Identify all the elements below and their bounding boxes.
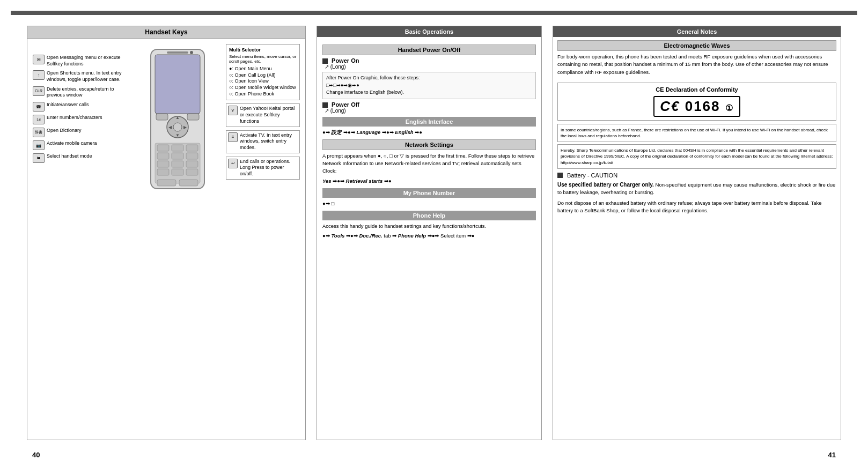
network-settings-text: A prompt appears when ●, ○, □ or ▽ is pr… <box>322 152 536 175</box>
page-number-right: 41 <box>828 451 836 459</box>
ms-item-4: ○: Open Phone Book <box>229 91 297 98</box>
key-item-dictionary: 辞書 Open Dictionary <box>33 128 129 137</box>
general-notes-title: General Notes <box>553 26 841 37</box>
ce-logo: C€ <box>660 98 680 114</box>
svg-rect-1 <box>155 55 200 114</box>
tv-icon: ≡ <box>228 132 238 142</box>
english-interface-header: English Interface <box>322 117 536 127</box>
svg-rect-23 <box>172 169 183 175</box>
key-item-mode: ⇆ Select handset mode <box>33 153 129 163</box>
delete-label: Delete entries, escape/return to previou… <box>47 86 129 99</box>
svg-rect-25 <box>157 180 176 186</box>
end-icon: ↩ <box>228 159 238 168</box>
battery-bullet <box>557 173 563 178</box>
svg-rect-10 <box>156 114 168 120</box>
battery-header-text: Battery - CAUTION <box>567 172 617 179</box>
ms-item-3: ○: Open Mobile Widget window <box>229 85 297 91</box>
ms-item-0: ●: Open Main Menu <box>229 66 297 72</box>
left-panel: Handset Keys ✉ Open Messaging menu or ex… <box>27 26 306 440</box>
key-item-call: ☎ Initiate/answer calls <box>33 102 129 112</box>
svg-point-5 <box>173 123 182 131</box>
side-key-tv: ≡ Activate TV. In text entry windows, sw… <box>226 130 300 153</box>
instruction-text: After Power On Graphic, follow these ste… <box>326 75 532 82</box>
camera-icon: 📷 <box>33 140 45 150</box>
key-item-numbers: 1# Enter numbers/characters <box>33 115 129 124</box>
power-off-section: Power Off ↗ (Long) <box>322 101 536 114</box>
numbers-label: Enter numbers/characters <box>47 115 102 121</box>
battery-text1: Use specified battery or Charger only. N… <box>557 181 836 197</box>
ce-mark: C€ 0168 ① <box>653 96 740 117</box>
right-panel: General Notes Electromagnetic Waves For … <box>553 26 841 440</box>
english-interface-text: ●➡ 設定 ➡●➡ Language ➡●➡ English ➡● <box>322 129 536 136</box>
ce-symbol: ① <box>725 103 734 113</box>
ce-declaration-section: CE Declaration of Conformity C€ 0168 ① <box>557 83 836 121</box>
svg-rect-26 <box>179 180 198 186</box>
ce-note-box: In some countries/regions, such as Franc… <box>557 124 836 142</box>
power-on-section: Power On ↗ (Long) After Power On Graphic… <box>322 57 536 99</box>
sharp-declaration-text: Hereby, Sharp Telecommunications of Euro… <box>561 147 833 166</box>
svg-rect-11 <box>187 114 199 120</box>
svg-rect-19 <box>157 161 169 167</box>
side-key-end: ↩ End calls or operations. Long Press to… <box>226 157 300 180</box>
end-label: End calls or operations. Long Press to p… <box>240 159 298 177</box>
power-on-sub: ↗ (Long) <box>325 64 536 70</box>
side-key-yahoo: Y Open Yahoo! Keitai portal or execute S… <box>226 103 300 127</box>
call-icon: ☎ <box>33 102 45 112</box>
multi-selector-box: Multi Selector Select menu items, move c… <box>226 44 300 100</box>
battery-text1-bold: Use specified battery or Charger only. <box>557 182 654 188</box>
em-waves-section: Electromagnetic Waves For body-worn oper… <box>553 40 841 79</box>
messaging-icon: ✉ <box>33 55 45 64</box>
svg-rect-20 <box>172 161 183 167</box>
dictionary-label: Open Dictionary <box>47 128 82 134</box>
page-number-left: 40 <box>32 451 40 459</box>
svg-rect-16 <box>157 153 169 159</box>
camera-label: Activate mobile camera <box>47 140 97 147</box>
power-off-label: Power Off <box>332 101 359 108</box>
multi-selector-desc: Select menu items, move cursor, or scrol… <box>229 54 297 64</box>
phone-image-area: ▲ ▼ ◀ ▶ <box>135 44 220 194</box>
svg-rect-13 <box>157 145 169 151</box>
battery-header: Battery - CAUTION <box>557 172 836 179</box>
svg-text:▲: ▲ <box>175 115 180 120</box>
content-area: Handset Keys ✉ Open Messaging menu or ex… <box>11 26 857 440</box>
svg-point-3 <box>190 51 193 54</box>
svg-rect-2 <box>167 51 188 54</box>
call-label: Initiate/answer calls <box>47 102 89 108</box>
phone-diagram: ▲ ▼ ◀ ▶ <box>140 44 215 194</box>
battery-text2: Do not dispose of an exhausted battery w… <box>557 199 836 215</box>
ms-item-1: ○: Open Call Log (All) <box>229 72 297 79</box>
power-on-label: Power On <box>332 57 359 64</box>
ce-number: 0168 <box>685 98 720 114</box>
yahoo-label: Open Yahoo! Keitai portal or execute Sof… <box>240 106 298 124</box>
multi-selector-title: Multi Selector <box>229 47 297 53</box>
top-bar <box>11 11 857 15</box>
handset-keys-title: Handset Keys <box>27 26 305 39</box>
phone-help-steps: ●➡ Tools ➡●➡ Doc./Rec. tab ➡ Phone Help … <box>322 232 536 240</box>
svg-text:◀: ◀ <box>168 125 172 130</box>
middle-panel: Basic Operations Handset Power On/Off Po… <box>317 26 542 440</box>
battery-section: Battery - CAUTION Use specified battery … <box>553 172 841 222</box>
svg-rect-22 <box>157 169 169 175</box>
page-numbers: 40 41 <box>11 446 857 464</box>
sharp-declaration-box: Hereby, Sharp Telecommunications of Euro… <box>557 144 836 169</box>
power-off-sub: ↗ (Long) <box>325 108 536 114</box>
shortcuts-label: Open Shortcuts menu. In text entry windo… <box>47 70 129 83</box>
power-on-instruction: After Power On Graphic, follow these ste… <box>322 72 536 99</box>
svg-rect-17 <box>172 153 183 159</box>
yahoo-icon: Y <box>228 106 238 115</box>
my-phone-steps: ●➡ □ <box>322 200 536 207</box>
em-waves-header: Electromagnetic Waves <box>557 40 836 51</box>
network-retrieval-steps: Yes ➡●➡ Retrieval starts ➡● <box>322 177 536 185</box>
key-labels-left: ✉ Open Messaging menu or execute Softkey… <box>33 44 129 194</box>
messaging-label: Open Messaging menu or execute Softkey f… <box>47 55 129 67</box>
key-item-messaging: ✉ Open Messaging menu or execute Softkey… <box>33 55 129 67</box>
mid-content: Handset Power On/Off Power On ↗ (Long) A… <box>317 37 541 247</box>
svg-rect-24 <box>186 169 198 175</box>
svg-rect-15 <box>186 145 198 151</box>
basic-ops-title: Basic Operations <box>317 26 541 37</box>
svg-text:▶: ▶ <box>183 125 187 130</box>
my-phone-header: My Phone Number <box>322 188 536 198</box>
mode-icon: ⇆ <box>33 153 45 163</box>
ce-note-text: In some countries/regions, such as Franc… <box>561 127 833 139</box>
network-settings-header: Network Settings <box>322 139 536 150</box>
